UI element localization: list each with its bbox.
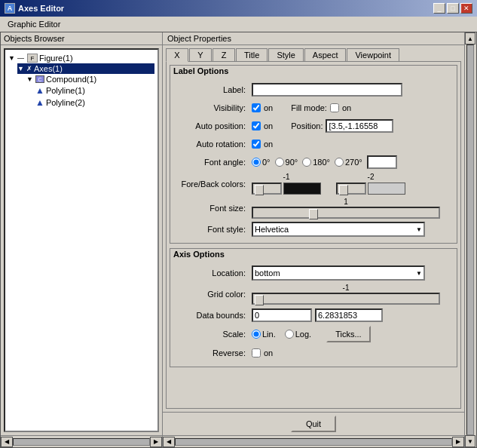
- tree-node-figure[interactable]: ▼ — F Figure(1): [8, 53, 154, 63]
- window-title: Axes Editor: [18, 4, 64, 13]
- tab-z[interactable]: Z: [213, 48, 235, 61]
- dash-icon: —: [17, 54, 24, 62]
- tree-label-axes: Axes(1): [34, 64, 63, 73]
- auto-rotation-group: on: [252, 140, 273, 149]
- scale-label: Scale:: [176, 330, 252, 339]
- close-button[interactable]: ✕: [460, 3, 472, 14]
- reverse-row: Reverse: on: [176, 345, 451, 361]
- axis-options-content: Location: bottom ▼ Grid color: -1: [170, 262, 457, 367]
- color2-thumb[interactable]: [339, 185, 348, 195]
- color2-value: -2: [368, 173, 375, 181]
- menu-item-graphic-editor[interactable]: Graphic Editor: [3, 19, 65, 29]
- color1-swatch[interactable]: [283, 183, 321, 195]
- left-horizontal-scrollbar[interactable]: ◀ ▶: [1, 435, 162, 447]
- font-angle-0-label[interactable]: 0°: [252, 158, 271, 167]
- color1-slider[interactable]: [252, 183, 282, 195]
- font-angle-90-radio[interactable]: [275, 158, 284, 167]
- font-angle-180-label[interactable]: 180°: [302, 158, 330, 167]
- right-scroll-up[interactable]: ▲: [465, 32, 475, 44]
- fill-mode-checkbox[interactable]: [330, 103, 339, 112]
- scroll-track[interactable]: [175, 438, 452, 446]
- data-bounds-label: Data bounds:: [176, 311, 252, 320]
- label-options-content: Label: Visibility: on Fill mode:: [170, 79, 457, 243]
- data-bounds-max-input[interactable]: [315, 308, 383, 322]
- expand-icon-axes[interactable]: ▼: [17, 65, 25, 72]
- reverse-checkbox[interactable]: [252, 348, 261, 357]
- left-scroll-right[interactable]: ▶: [150, 437, 162, 447]
- scale-lin-label[interactable]: Lin.: [252, 330, 276, 339]
- font-angle-270-radio[interactable]: [335, 158, 344, 167]
- right-scrollbar[interactable]: ▲ ▼: [464, 32, 476, 447]
- quit-button[interactable]: Quit: [291, 416, 336, 432]
- tree-node-axes[interactable]: ▼ ✗ Axes(1): [17, 63, 154, 74]
- right-scroll-down[interactable]: ▼: [465, 435, 475, 447]
- expand-icon-compound[interactable]: ▼: [26, 75, 34, 83]
- scale-lin-text: Lin.: [262, 330, 276, 339]
- right-panel: Object Properties X Y Z Title Style Aspe…: [163, 32, 464, 447]
- color1-thumb[interactable]: [255, 185, 264, 195]
- tree-node-compound[interactable]: ▼ C Compound(1): [26, 74, 154, 84]
- expand-icon-figure[interactable]: ▼: [8, 54, 16, 62]
- tree-area[interactable]: ▼ — F Figure(1) ▼ ✗ Axes(1) ▼ C: [4, 48, 159, 432]
- auto-position-group: on Position:: [252, 119, 393, 133]
- label-input[interactable]: [252, 83, 402, 97]
- title-bar: A Axes Editor _ □ ✕: [0, 0, 477, 17]
- font-size-label: Font size:: [176, 204, 252, 213]
- fill-mode-value: on: [342, 103, 351, 112]
- position-input[interactable]: [326, 119, 393, 133]
- data-bounds-min-input[interactable]: [252, 308, 312, 322]
- tree-node-polyline1[interactable]: ▲ Polyline(1): [35, 84, 154, 97]
- reverse-group: on: [252, 348, 273, 357]
- tree-label-figure: Figure(1): [39, 54, 73, 63]
- scroll-right-btn[interactable]: ▶: [452, 437, 464, 447]
- bottom-scrollbar[interactable]: ◀ ▶: [163, 435, 464, 447]
- font-style-value: Helvetica: [255, 225, 289, 234]
- font-angle-180-radio[interactable]: [302, 158, 311, 167]
- tab-style[interactable]: Style: [268, 48, 303, 61]
- tab-aspect[interactable]: Aspect: [304, 48, 347, 61]
- left-scroll-track[interactable]: [13, 438, 150, 446]
- maximize-button[interactable]: □: [447, 3, 459, 14]
- font-angle-90-label[interactable]: 90°: [275, 158, 298, 167]
- visibility-checkbox[interactable]: [252, 103, 261, 112]
- tab-y[interactable]: Y: [189, 48, 212, 61]
- scale-log-radio[interactable]: [285, 330, 294, 339]
- axes-text-icon: ✗: [26, 65, 32, 72]
- main-area: Objects Browser ▼ — F Figure(1) ▼ ✗ Axes…: [1, 32, 476, 447]
- tree-node-polyline2[interactable]: ▲ Polyline(2): [35, 97, 154, 109]
- grid-color-slider[interactable]: [252, 293, 440, 305]
- tab-viewpoint[interactable]: Viewpoint: [347, 48, 399, 61]
- font-angle-options: 0° 90° 180° 270°: [252, 155, 397, 169]
- auto-position-row: Auto position: on Position:: [176, 118, 451, 133]
- color1-sliders: [252, 183, 321, 195]
- auto-rotation-value: on: [264, 140, 273, 149]
- auto-rotation-checkbox[interactable]: [252, 140, 261, 149]
- minimize-button[interactable]: _: [433, 3, 445, 14]
- tab-x[interactable]: X: [166, 48, 188, 62]
- grid-color-thumb[interactable]: [255, 295, 264, 305]
- grid-color-slider-container: -1: [252, 284, 440, 305]
- tree-label-polyline2: Polyline(2): [46, 98, 85, 107]
- scale-lin-radio[interactable]: [252, 330, 261, 339]
- font-size-thumb[interactable]: [309, 209, 318, 219]
- font-angle-input[interactable]: [367, 155, 397, 169]
- tab-title[interactable]: Title: [236, 48, 268, 61]
- font-angle-0-radio[interactable]: [252, 158, 261, 167]
- font-style-dropdown[interactable]: Helvetica ▼: [252, 222, 425, 237]
- data-bounds-row: Data bounds:: [176, 308, 451, 323]
- grid-color-label: Grid color:: [176, 290, 252, 299]
- location-dropdown[interactable]: bottom ▼: [252, 265, 425, 281]
- font-angle-270-label[interactable]: 270°: [335, 158, 362, 167]
- auto-position-checkbox[interactable]: [252, 121, 261, 130]
- scale-log-label[interactable]: Log.: [285, 330, 311, 339]
- visibility-value: on: [264, 103, 273, 112]
- left-scroll-left[interactable]: ◀: [1, 437, 13, 447]
- font-size-slider[interactable]: [252, 207, 440, 219]
- right-scroll-track[interactable]: [466, 44, 474, 435]
- color2-slider[interactable]: [336, 183, 366, 195]
- tabs-area: X Y Z Title Style Aspect Viewpoint: [163, 45, 464, 61]
- color2-swatch[interactable]: [368, 183, 405, 195]
- label-options-section: Label Options Label: Visibility:: [170, 65, 457, 244]
- scroll-left-btn[interactable]: ◀: [163, 437, 175, 447]
- ticks-button[interactable]: Ticks...: [326, 326, 370, 342]
